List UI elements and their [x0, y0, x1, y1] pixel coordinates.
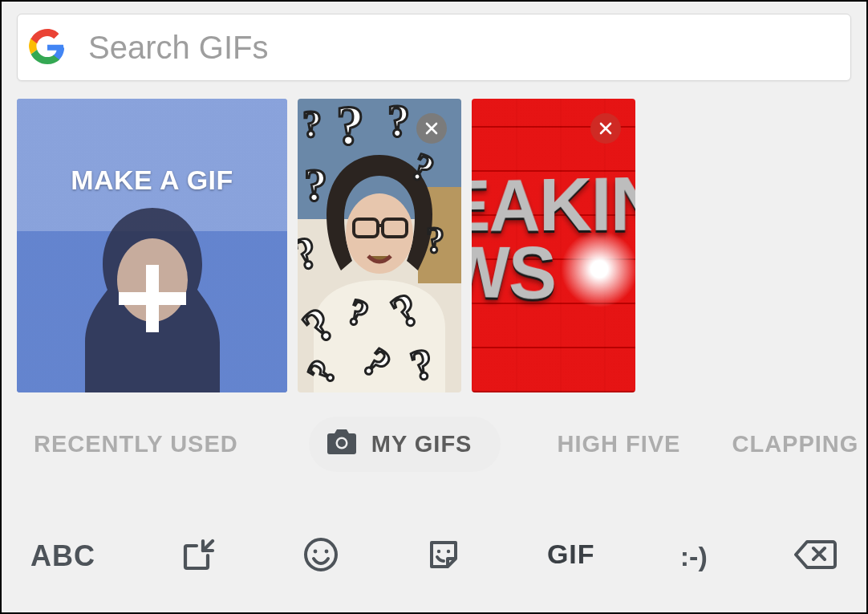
news-gif-tile[interactable]: EAKIN WS: [472, 99, 635, 392]
svg-point-13: [314, 550, 318, 554]
gif-tab-button[interactable]: GIF: [547, 539, 595, 575]
emoticon-button[interactable]: :-): [680, 541, 708, 572]
category-clapping[interactable]: CLAPPING: [732, 420, 858, 469]
svg-point-15: [436, 550, 440, 553]
close-icon: [598, 121, 613, 136]
google-icon: [29, 29, 66, 66]
category-my-gifs[interactable]: MY GIFS: [309, 417, 501, 472]
category-label: MY GIFS: [371, 431, 473, 457]
breaking-news-text: EAKIN WS: [472, 169, 635, 310]
search-bar[interactable]: [17, 14, 851, 81]
search-panel-button[interactable]: [180, 536, 217, 576]
close-icon: [424, 121, 439, 136]
category-tab-row: RECENTLY USED MY GIFS HIGH FIVE CLAPPING…: [2, 392, 866, 472]
camera-icon: [327, 428, 357, 461]
svg-rect-2: [119, 292, 186, 305]
sticker-icon: [425, 536, 462, 576]
sticker-button[interactable]: [425, 536, 462, 576]
make-gif-tile[interactable]: MAKE A GIF: [17, 99, 287, 392]
backspace-icon: [793, 537, 838, 575]
keyboard-toolbar: ABC: [2, 508, 866, 612]
search-panel-icon: [180, 536, 217, 576]
category-recently-used[interactable]: RECENTLY USED: [34, 420, 238, 469]
user-gif-tile[interactable]: ? ? ? ? ? ? ? ? ? ? ? ? ?: [298, 99, 461, 392]
emoji-icon: [302, 536, 339, 576]
svg-point-16: [446, 550, 449, 553]
make-gif-label: MAKE A GIF: [71, 165, 233, 196]
search-bar-container: [2, 2, 866, 91]
emoji-button[interactable]: [302, 536, 339, 576]
svg-point-12: [306, 539, 336, 570]
svg-point-14: [325, 550, 329, 554]
delete-gif-button[interactable]: [590, 113, 621, 144]
delete-gif-button[interactable]: [416, 113, 447, 144]
gif-grid: MAKE A GIF: [2, 91, 866, 392]
category-high-five[interactable]: HIGH FIVE: [557, 420, 680, 469]
abc-keyboard-button[interactable]: ABC: [30, 539, 95, 573]
backspace-button[interactable]: [793, 537, 838, 575]
gif-label: GIF: [547, 539, 595, 570]
plus-icon: [114, 260, 191, 337]
search-input[interactable]: [88, 30, 839, 66]
svg-point-11: [338, 439, 346, 447]
